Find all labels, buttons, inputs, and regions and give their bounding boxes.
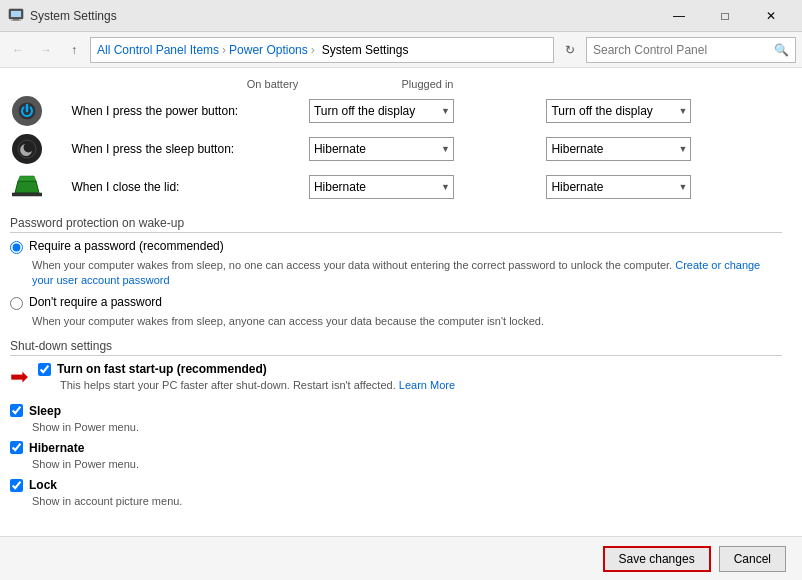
fast-startup-checkbox[interactable] bbox=[38, 363, 51, 376]
lid-label: When I close the lid: bbox=[69, 168, 307, 206]
hibernate-checkbox-desc: Show in Power menu. bbox=[32, 457, 782, 472]
svg-rect-2 bbox=[13, 19, 19, 21]
password-radio-group: Require a password (recommended) When yo… bbox=[10, 239, 782, 329]
fast-startup-label: Turn on fast start-up (recommended) bbox=[57, 362, 267, 376]
cancel-button[interactable]: Cancel bbox=[719, 546, 786, 572]
sleep-button-plugged-in-cell: Hibernate Do nothing Sleep Turn off the … bbox=[544, 130, 782, 168]
fast-startup-row: ➡ Turn on fast start-up (recommended) Th… bbox=[10, 362, 782, 399]
hibernate-checkbox-item: Hibernate bbox=[10, 441, 782, 455]
power-button-row: When I press the power button: Turn off … bbox=[10, 92, 782, 130]
lid-on-battery-cell: Hibernate Do nothing Sleep Turn off the … bbox=[307, 168, 545, 206]
learn-more-link[interactable]: Learn More bbox=[399, 379, 455, 391]
shutdown-section-header: Shut-down settings bbox=[10, 339, 782, 356]
fast-startup-checkbox-item: Turn on fast start-up (recommended) bbox=[38, 362, 455, 376]
power-button-icon bbox=[12, 96, 42, 126]
lock-checkbox-item: Lock bbox=[10, 478, 782, 492]
fast-startup-desc-text: This helps start your PC faster after sh… bbox=[60, 379, 396, 391]
lock-checkbox-label: Lock bbox=[29, 478, 57, 492]
power-button-plugged-in-select[interactable]: Turn off the display Do nothing Sleep Hi… bbox=[546, 99, 691, 123]
require-password-item: Require a password (recommended) bbox=[10, 239, 782, 254]
fast-startup-desc: This helps start your PC faster after sh… bbox=[60, 378, 455, 393]
sleep-button-plugged-in-wrapper: Hibernate Do nothing Sleep Turn off the … bbox=[546, 137, 691, 161]
forward-button[interactable]: → bbox=[34, 38, 58, 62]
no-require-password-label: Don't require a password bbox=[29, 295, 162, 309]
svg-rect-1 bbox=[11, 11, 21, 17]
power-settings-table: When I press the power button: Turn off … bbox=[10, 92, 782, 206]
sleep-button-icon bbox=[12, 134, 42, 164]
window-title: System Settings bbox=[30, 9, 656, 23]
title-bar: System Settings — □ ✕ bbox=[0, 0, 802, 32]
shutdown-section: ➡ Turn on fast start-up (recommended) Th… bbox=[10, 362, 782, 510]
no-require-password-radio[interactable] bbox=[10, 297, 23, 310]
sleep-button-row: When I press the sleep button: Hibernate… bbox=[10, 130, 782, 168]
no-require-password-desc: When your computer wakes from sleep, any… bbox=[32, 314, 782, 329]
column-headers: On battery Plugged in bbox=[10, 78, 782, 90]
close-button[interactable]: ✕ bbox=[748, 0, 794, 32]
power-button-on-battery-cell: Turn off the display Do nothing Sleep Hi… bbox=[307, 92, 545, 130]
lock-checkbox[interactable] bbox=[10, 479, 23, 492]
lid-icon bbox=[12, 172, 42, 202]
address-bar: ← → ↑ All Control Panel Items › Power Op… bbox=[0, 32, 802, 68]
sleep-button-on-battery-wrapper: Hibernate Do nothing Sleep Turn off the … bbox=[309, 137, 454, 161]
sleep-checkbox-desc: Show in Power menu. bbox=[32, 420, 782, 435]
breadcrumb[interactable]: All Control Panel Items › Power Options … bbox=[90, 37, 554, 63]
svg-rect-3 bbox=[11, 21, 21, 22]
sleep-checkbox[interactable] bbox=[10, 404, 23, 417]
plugged-in-header: Plugged in bbox=[350, 78, 505, 90]
search-icon: 🔍 bbox=[774, 43, 789, 57]
main-content: On battery Plugged in When I press the p… bbox=[0, 68, 802, 536]
power-button-plugged-in-cell: Turn off the display Do nothing Sleep Hi… bbox=[544, 92, 782, 130]
lid-on-battery-select[interactable]: Hibernate Do nothing Sleep Turn off the … bbox=[309, 175, 454, 199]
title-bar-icon bbox=[8, 6, 24, 25]
lid-on-battery-wrapper: Hibernate Do nothing Sleep Turn off the … bbox=[309, 175, 454, 199]
maximize-button[interactable]: □ bbox=[702, 0, 748, 32]
up-button[interactable]: ↑ bbox=[62, 38, 86, 62]
search-box: 🔍 bbox=[586, 37, 796, 63]
power-button-on-battery-select[interactable]: Turn off the display Do nothing Sleep Hi… bbox=[309, 99, 454, 123]
sleep-button-on-battery-cell: Hibernate Do nothing Sleep Turn off the … bbox=[307, 130, 545, 168]
power-button-icon-cell bbox=[10, 92, 69, 130]
minimize-button[interactable]: — bbox=[656, 0, 702, 32]
save-changes-button[interactable]: Save changes bbox=[603, 546, 711, 572]
power-button-plugged-in-wrapper: Turn off the display Do nothing Sleep Hi… bbox=[546, 99, 691, 123]
breadcrumb-sep2: › bbox=[311, 43, 315, 57]
sleep-button-label: When I press the sleep button: bbox=[69, 130, 307, 168]
lock-checkbox-desc: Show in account picture menu. bbox=[32, 494, 782, 509]
back-button[interactable]: ← bbox=[6, 38, 30, 62]
lid-icon-cell bbox=[10, 168, 69, 206]
sleep-button-on-battery-select[interactable]: Hibernate Do nothing Sleep Turn off the … bbox=[309, 137, 454, 161]
hibernate-checkbox-label: Hibernate bbox=[29, 441, 84, 455]
require-password-desc-text: When your computer wakes from sleep, no … bbox=[32, 259, 672, 271]
sleep-button-plugged-in-select[interactable]: Hibernate Do nothing Sleep Turn off the … bbox=[546, 137, 691, 161]
arrow-container: ➡ bbox=[10, 364, 34, 390]
sleep-button-icon-cell bbox=[10, 130, 69, 168]
sleep-checkbox-item: Sleep bbox=[10, 404, 782, 418]
require-password-label: Require a password (recommended) bbox=[29, 239, 224, 253]
breadcrumb-part1[interactable]: All Control Panel Items bbox=[97, 43, 219, 57]
on-battery-header: On battery bbox=[195, 78, 350, 90]
search-input[interactable] bbox=[593, 43, 774, 57]
require-password-desc: When your computer wakes from sleep, no … bbox=[32, 258, 782, 289]
arrow-right-icon: ➡ bbox=[10, 364, 28, 390]
power-button-on-battery-wrapper: Turn off the display Do nothing Sleep Hi… bbox=[309, 99, 454, 123]
breadcrumb-part2[interactable]: Power Options bbox=[229, 43, 308, 57]
hibernate-checkbox[interactable] bbox=[10, 441, 23, 454]
lid-plugged-in-cell: Hibernate Do nothing Sleep Turn off the … bbox=[544, 168, 782, 206]
lid-plugged-in-select[interactable]: Hibernate Do nothing Sleep Turn off the … bbox=[546, 175, 691, 199]
power-button-label: When I press the power button: bbox=[69, 92, 307, 130]
fast-startup-content: Turn on fast start-up (recommended) This… bbox=[38, 362, 455, 399]
password-section-header: Password protection on wake-up bbox=[10, 216, 782, 233]
breadcrumb-part3: System Settings bbox=[322, 43, 409, 57]
require-password-radio[interactable] bbox=[10, 241, 23, 254]
lid-plugged-in-wrapper: Hibernate Do nothing Sleep Turn off the … bbox=[546, 175, 691, 199]
footer: Save changes Cancel bbox=[0, 536, 802, 580]
no-require-password-item: Don't require a password bbox=[10, 295, 782, 310]
sleep-checkbox-label: Sleep bbox=[29, 404, 61, 418]
breadcrumb-sep1: › bbox=[222, 43, 226, 57]
window-controls: — □ ✕ bbox=[656, 0, 794, 32]
refresh-button[interactable]: ↻ bbox=[558, 38, 582, 62]
lid-row: When I close the lid: Hibernate Do nothi… bbox=[10, 168, 782, 206]
